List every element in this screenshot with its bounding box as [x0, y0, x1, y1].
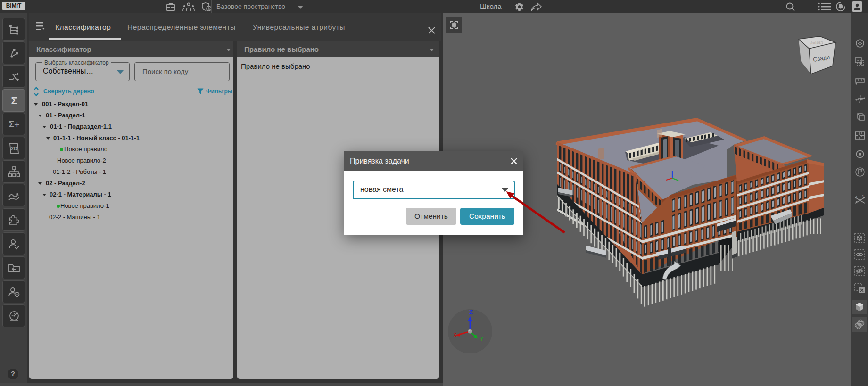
- svg-text:1: 1: [856, 196, 858, 199]
- svg-text:2D: 2D: [11, 146, 17, 151]
- svg-text:2: 2: [862, 195, 864, 198]
